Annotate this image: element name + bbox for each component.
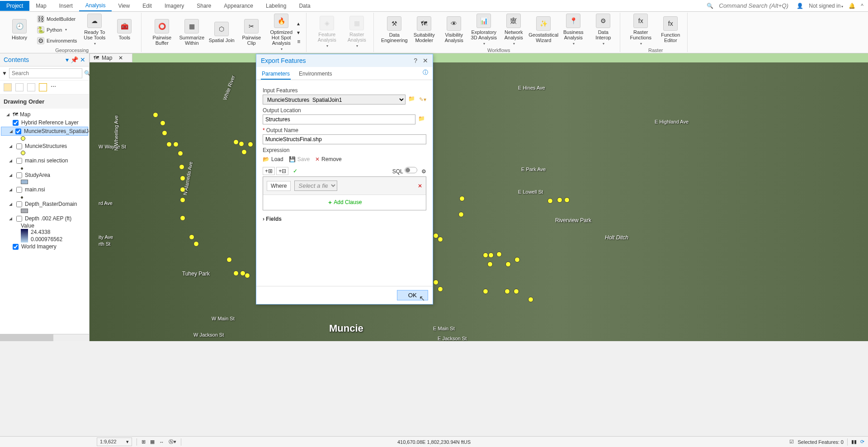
layer-spatial-join[interactable]: ◢MuncieStructures_SpatialJoi [1, 127, 88, 136]
layer-main-nsi[interactable]: ◢main.nsi [1, 185, 88, 194]
spatial-join-button[interactable]: ⬡Spatial Join [208, 21, 236, 44]
dialog-close-icon[interactable]: ✕ [423, 57, 428, 64]
contents-search-input[interactable] [9, 68, 82, 78]
dialog-info-icon[interactable]: ⓘ [423, 69, 428, 80]
data-interop-button[interactable]: ⚙Data Interop [589, 13, 617, 47]
input-features-dropdown[interactable]: MuncieStructures_SpatialJoin1 [263, 95, 406, 105]
tab-analysis[interactable]: Analysis [79, 0, 112, 11]
layer-depth-raster-checkbox[interactable] [16, 201, 22, 207]
data-engineering-button[interactable]: ⚒Data Engineering [380, 15, 408, 44]
tools-button[interactable]: 🧰Tools [110, 18, 138, 41]
geostatistical-wizard-button[interactable]: ✨Geostatistical Wizard [529, 15, 557, 44]
raster-functions-button[interactable]: fxRaster Functions [627, 13, 655, 47]
sql-toggle[interactable] [405, 167, 417, 173]
pane-close-icon[interactable]: ✕ [80, 56, 85, 63]
tab-share[interactable]: Share [190, 1, 217, 11]
tab-data[interactable]: Data [292, 1, 316, 11]
browse-input-icon[interactable]: 📁 [408, 95, 416, 104]
layer-nsi-selection-checkbox[interactable] [16, 158, 22, 164]
verify-icon[interactable]: ✓ [293, 168, 297, 174]
scale-selector[interactable]: 1:9,622▾ [97, 437, 132, 446]
tab-project[interactable]: Project [0, 1, 29, 11]
exploratory-3d-button[interactable]: 📊Exploratory 3D Analysis [470, 13, 498, 47]
environments-button[interactable]: ⚙Environments [35, 36, 79, 46]
map-view[interactable]: 🗺Map ✕ W Wayne St W Main St E Main St W … [90, 53, 868, 341]
tab-labeling[interactable]: Labeling [259, 1, 292, 11]
fields-expander[interactable]: › Fields [263, 216, 426, 222]
tab-appearance[interactable]: Appearance [217, 1, 259, 11]
layer-muncie-structures[interactable]: ◢MuncieStructures [1, 142, 88, 150]
tools-gallery-down-icon[interactable]: ▾ [297, 29, 303, 36]
signin-dropdown[interactable]: Not signed in [809, 3, 843, 9]
filter-icon[interactable]: ▼ [2, 70, 7, 76]
edit-input-icon[interactable]: ✎▾ [419, 96, 426, 103]
layer-world-imagery[interactable]: World Imagery [1, 243, 88, 251]
add-subgroup-icon[interactable]: +⊟ [276, 167, 288, 175]
output-location-input[interactable] [263, 114, 415, 124]
command-search-input[interactable] [719, 2, 791, 9]
ready-to-use-tools-button[interactable]: ☁Ready To Use Tools [80, 13, 108, 47]
add-clause-button[interactable]: ＋ Add Clause [263, 195, 426, 210]
contents-scrollbar[interactable] [0, 334, 89, 341]
pause-drawing-icon[interactable]: ▮▮ [851, 439, 857, 445]
collapse-ribbon-icon[interactable]: ^ [861, 3, 863, 9]
pane-options-icon[interactable]: ▾ [66, 56, 69, 63]
map-node[interactable]: ◢🗺Map [1, 110, 88, 119]
more-options-icon[interactable]: ⋯ [51, 83, 56, 91]
list-by-selection-icon[interactable] [27, 83, 35, 91]
layer-spatial-join-checkbox[interactable] [15, 128, 21, 134]
pane-pin-icon[interactable]: 📌 [71, 56, 78, 63]
visibility-analysis-button[interactable]: 👁Visibility Analysis [440, 15, 468, 44]
layer-nsi-selection[interactable]: ◢main.nsi selection [1, 157, 88, 165]
status-icon-2[interactable]: ▦ [150, 439, 155, 445]
layer-main-nsi-checkbox[interactable] [16, 187, 22, 193]
list-by-source-icon[interactable] [15, 83, 24, 91]
map-canvas[interactable]: W Wayne St W Main St E Main St W Jackson… [90, 62, 868, 341]
layer-hybrid-checkbox[interactable] [13, 120, 19, 126]
refresh-icon[interactable]: ⟳ [860, 439, 864, 445]
list-by-editing-icon[interactable] [39, 83, 47, 91]
layer-muncie-structures-checkbox[interactable] [16, 143, 22, 149]
network-analysis-button[interactable]: 🕸Network Analysis [500, 13, 528, 47]
output-name-input[interactable] [263, 134, 426, 144]
list-by-drawing-order-icon[interactable] [4, 83, 12, 91]
suitability-modeler-button[interactable]: 🗺Suitability Modeler [410, 15, 438, 44]
modelbuilder-button[interactable]: ⛓ModelBuilder [35, 14, 79, 24]
tab-view[interactable]: View [112, 1, 136, 11]
settings-gear-icon 2[interactable]: ⚙ [421, 168, 426, 175]
optimized-hotspot-button[interactable]: 🔥Optimized Hot Spot Analysis [267, 13, 295, 52]
add-group-icon[interactable]: +⊞ [263, 167, 275, 175]
selection-icon[interactable]: ☑ [789, 439, 794, 445]
tools-gallery-more-icon[interactable]: ≡ [297, 38, 303, 45]
layer-study-area-checkbox[interactable] [16, 172, 22, 178]
status-icon-3[interactable]: ↔ [159, 439, 164, 445]
tab-edit[interactable]: Edit [136, 1, 158, 11]
dialog-tab-parameters[interactable]: Parameters [261, 69, 291, 80]
dialog-help-icon[interactable]: ? [414, 57, 417, 64]
layer-study-area[interactable]: ◢StudyArea [1, 171, 88, 179]
tab-insert[interactable]: Insert [53, 1, 79, 11]
summarize-within-button[interactable]: ▦Summarize Within [178, 18, 206, 47]
tools-gallery-up-icon[interactable]: ▴ [297, 20, 303, 27]
layer-world-imagery-checkbox[interactable] [13, 244, 19, 250]
dialog-tab-environments[interactable]: Environments [298, 69, 333, 80]
tab-map[interactable]: Map [29, 1, 52, 11]
layer-hybrid-reference[interactable]: Hybrid Reference Layer [1, 119, 88, 127]
status-icon-1[interactable]: ⊞ [142, 439, 146, 445]
layer-depth-aep-checkbox[interactable] [16, 216, 22, 222]
history-button[interactable]: 🕘History [5, 18, 33, 41]
layer-depth-aep[interactable]: ◢Depth .002 AEP (ft) [1, 214, 88, 223]
remove-expression-button[interactable]: ✕Remove [315, 156, 342, 162]
function-editor-button[interactable]: fxFunction Editor [656, 15, 684, 44]
pairwise-buffer-button[interactable]: ⭕Pairwise Buffer [148, 18, 176, 47]
browse-output-location-icon[interactable]: 📁 [418, 115, 426, 124]
load-expression-button[interactable]: 📂Load [263, 156, 283, 162]
map-view-tab[interactable]: 🗺Map ✕ [90, 53, 132, 62]
business-analysis-button[interactable]: 📍Business Analysis [559, 13, 587, 47]
tab-imagery[interactable]: Imagery [158, 1, 190, 11]
status-icon-4[interactable]: Ⓝ▾ [169, 438, 176, 445]
select-field-dropdown[interactable]: Select a field [294, 181, 337, 191]
layer-depth-raster[interactable]: ◢Depth_RasterDomain [1, 200, 88, 208]
remove-clause-icon[interactable]: ✕ [418, 183, 422, 189]
pairwise-clip-button[interactable]: ✂Pairwise Clip [237, 18, 265, 47]
